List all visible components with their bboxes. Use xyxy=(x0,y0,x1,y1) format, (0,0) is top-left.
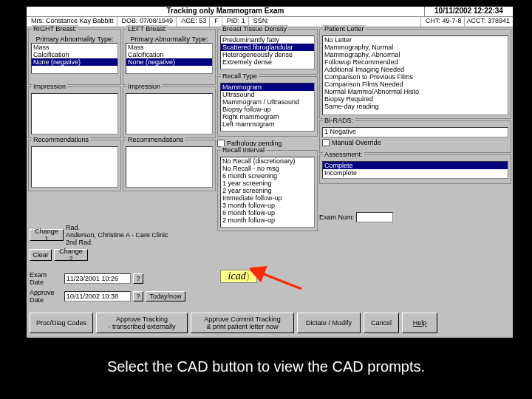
list-item[interactable]: Additional Imaging Needed xyxy=(323,66,508,73)
list-item[interactable]: 3 month follow-up xyxy=(221,202,314,209)
list-item[interactable]: Comparison Films Needed xyxy=(323,81,508,88)
rad-row: Change 1 Rad. Anderson, Christine A - Ca… xyxy=(30,224,168,246)
list-item[interactable]: Ultrasound xyxy=(221,91,314,98)
list-item[interactable]: None (negative) xyxy=(126,58,212,66)
list-item[interactable]: Comparison to Previous Films xyxy=(323,73,508,81)
recall-type-list[interactable]: Mammogram Ultrasound Mammogram / Ultraso… xyxy=(220,83,315,132)
approve-date-row: Approve Date 10/11/2002 10:38 ? Today/no… xyxy=(30,289,185,304)
right-breast-col: RIGHT Breast: Primary Abnormality Type: … xyxy=(28,29,121,233)
left-breast-label: LEFT Breast: xyxy=(126,25,168,33)
right-rec-text[interactable] xyxy=(31,146,118,188)
approve-date-field[interactable]: 10/11/2002 10:38 xyxy=(64,291,131,301)
list-item[interactable]: Complete xyxy=(323,162,508,169)
exam-date-help-button[interactable]: ? xyxy=(133,273,143,284)
list-item[interactable]: Biopsy Required xyxy=(323,95,508,103)
list-item[interactable]: 1 year screening xyxy=(221,180,314,187)
patient-letter-label: Patient Letter xyxy=(323,25,366,33)
list-item[interactable]: Followup Recommended xyxy=(323,58,508,66)
right-primary-list[interactable]: Mass Calcification None (negative) xyxy=(31,43,118,74)
list-item[interactable]: Scattered fibroglandular xyxy=(221,44,314,51)
list-item[interactable]: Calcification xyxy=(32,51,117,58)
recall-type-label: Recall Type xyxy=(221,72,259,80)
proc-diag-button[interactable]: Proc/Diag Codes xyxy=(30,313,93,333)
list-item[interactable]: Mammography, Abnormal xyxy=(323,51,508,58)
left-rec-group: Recommendations xyxy=(123,140,216,191)
density-list[interactable]: Predominantly fatty Scattered fibrogland… xyxy=(220,35,315,69)
approve-date-help-button[interactable]: ? xyxy=(133,291,143,301)
list-item[interactable]: Normal Mammo/Abnormal Histo xyxy=(323,88,508,95)
list-item[interactable]: Right mammogram xyxy=(221,113,314,120)
list-item[interactable]: Mass xyxy=(126,44,212,51)
patient-acct: ACCT: 378941 xyxy=(466,17,510,27)
clear-button[interactable]: Clear xyxy=(30,249,52,261)
right-primary-label: Primary Abnormality Type: xyxy=(31,35,118,43)
list-item[interactable]: Mammogram / Ultrasound xyxy=(221,98,314,106)
manual-override-check[interactable]: Manual Override xyxy=(322,139,508,146)
right-breast-group: RIGHT Breast: Primary Abnormality Type: … xyxy=(28,29,121,85)
birads-list[interactable]: 1 Negative xyxy=(322,127,508,137)
timestamp: 10/11/2002 12:22:34 xyxy=(424,7,513,16)
assessment-list[interactable]: Complete Incomplete xyxy=(322,161,508,179)
list-item[interactable]: 2 year screening xyxy=(221,187,314,194)
change1-button[interactable]: Change 1 xyxy=(30,229,64,241)
patient-letter-group: Patient Letter No Letter Mammography, No… xyxy=(319,29,511,119)
recall-interval-list[interactable]: No Recall (discretionary) No Recall - no… xyxy=(220,157,315,228)
help-button[interactable]: Help xyxy=(402,313,437,333)
list-item[interactable]: None (negative) xyxy=(32,58,117,66)
bottom-area: Change 1 Rad. Anderson, Christine A - Ca… xyxy=(28,218,511,336)
approve-date-label: Approve Date xyxy=(30,289,62,304)
list-item[interactable]: Same-day reading xyxy=(323,103,508,110)
approve-tracking-button[interactable]: Approve Tracking - transcribed externall… xyxy=(96,313,188,333)
today-now-button[interactable]: Today/now xyxy=(146,291,185,301)
cancel-button[interactable]: Cancel xyxy=(364,313,399,333)
button-row: Proc/Diag Codes Approve Tracking - trans… xyxy=(30,313,510,333)
patient-letter-list[interactable]: No Letter Mammography, Normal Mammograph… xyxy=(322,35,508,115)
list-item[interactable]: Biopsy follow-up xyxy=(221,106,314,113)
list-item[interactable]: Mass xyxy=(32,44,117,51)
svg-line-0 xyxy=(260,273,301,289)
list-item[interactable]: Mammography, Normal xyxy=(323,44,508,51)
list-item[interactable]: Calcification xyxy=(126,51,212,58)
exam-date-row: Exam Date 11/23/2001 10:26 ? xyxy=(30,271,143,286)
main-window: Tracking only Mammogram Exam 10/11/2002 … xyxy=(26,6,514,338)
list-item[interactable]: Predominantly fatty xyxy=(221,36,314,44)
left-impression-label: Impression xyxy=(126,83,162,90)
exam-date-label: Exam Date xyxy=(30,271,62,286)
birads-group: BI-RADS: 1 Negative Manual Override xyxy=(319,120,511,153)
birads-label: BI-RADS: xyxy=(323,117,355,124)
list-item[interactable]: 6 month follow-up xyxy=(221,209,314,216)
icad-label: icad xyxy=(228,270,246,282)
density-recall-col: Breast Tissue Density Predominantly fatt… xyxy=(217,29,318,233)
rad-label: Rad. xyxy=(66,224,168,231)
checkbox-icon xyxy=(322,139,330,146)
caption-text: Select the CAD button to view the CAD pr… xyxy=(0,358,532,375)
clear-row: Clear Change 2 xyxy=(30,249,88,261)
list-item[interactable]: Extremely dense xyxy=(221,58,314,66)
right-breast-label: RIGHT Breast: xyxy=(32,25,78,33)
recall-interval-label: Recall Interval xyxy=(221,146,266,154)
list-item[interactable]: Heterogeneously dense xyxy=(221,51,314,58)
title-bar: Tracking only Mammogram Exam 10/11/2002 … xyxy=(27,7,513,17)
approve-commit-button[interactable]: Approve Commit Tracking & print patient … xyxy=(191,313,294,333)
icad-button[interactable]: icad) xyxy=(220,270,257,283)
left-breast-col: LEFT Breast: Primary Abnormality Type: M… xyxy=(123,29,216,233)
left-primary-list[interactable]: Mass Calcification None (negative) xyxy=(126,43,213,74)
list-item[interactable]: 1 Negative xyxy=(323,128,508,135)
assessment-label: Assessment: xyxy=(323,151,364,158)
list-item[interactable]: Incomplete xyxy=(323,169,508,177)
list-item[interactable]: No Recall (discretionary) xyxy=(221,157,314,165)
list-item[interactable]: 6 month screening xyxy=(221,172,314,180)
left-impression-text[interactable] xyxy=(126,93,213,134)
left-rec-text[interactable] xyxy=(126,146,213,188)
left-rec-label: Recommendations xyxy=(126,136,185,143)
patient-age: AGE: 53 xyxy=(178,17,210,27)
list-item[interactable]: Mammogram xyxy=(221,83,314,91)
right-impression-text[interactable] xyxy=(31,93,118,134)
list-item[interactable]: No Letter xyxy=(323,36,508,44)
list-item[interactable]: No Recall - no msg xyxy=(221,165,314,172)
list-item[interactable]: Immediate follow-up xyxy=(221,194,314,202)
exam-date-field[interactable]: 11/23/2001 10:26 xyxy=(64,273,131,284)
list-item[interactable]: Left mammogram xyxy=(221,120,314,128)
dictate-modify-button[interactable]: Dictate / Modify xyxy=(297,313,361,333)
change2-button[interactable]: Change 2 xyxy=(54,249,88,261)
